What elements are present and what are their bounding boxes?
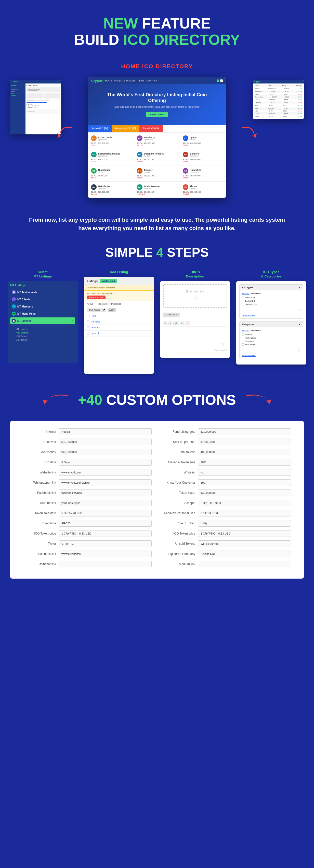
ico-types-mockup: ICO Types ▲ All Items Most Used Active I… (236, 281, 306, 365)
form-row-min-max-cap: Min/Max Personal Cap (162, 510, 291, 517)
sub-ico-types[interactable]: ICO Types (16, 335, 75, 338)
registered-company-input[interactable] (198, 551, 291, 557)
sidebar-item-clients[interactable]: 👤 MT Clients (10, 296, 75, 303)
arrow-right (237, 123, 258, 145)
form-row-website: Website link (23, 469, 152, 476)
form-row-interest: Interest (23, 428, 152, 435)
ico-token-price-right-input[interactable] (198, 530, 291, 537)
youtube-input[interactable] (59, 500, 152, 506)
unsold-tokens-input[interactable] (198, 540, 291, 547)
cat-most-used-tab[interactable]: Most Used (251, 329, 261, 332)
ico-most-used-tab[interactable]: Most Used (251, 292, 261, 294)
custom-options-section: +40 CUSTOM OPTIONS (0, 384, 314, 421)
facebook-input[interactable] (59, 490, 152, 496)
hero-ico: ICO DIRECTORY (123, 31, 240, 48)
sub-add-listing[interactable]: MT Listings (16, 327, 75, 331)
step4-column: ICO Types& Categories ICO Types ▲ All It… (236, 270, 306, 365)
apply-button[interactable]: Apply (108, 308, 116, 312)
form-section: Interest Received Goal money End date We… (10, 421, 304, 579)
role-of-token-input[interactable] (198, 520, 291, 527)
step2-column: Add Listing Listings Add Listing Hola! W… (84, 270, 154, 374)
bold-button[interactable]: B (163, 321, 167, 325)
add-media-button[interactable]: + Add Media (163, 313, 180, 317)
form-row-registered-company: Registered Company (162, 551, 291, 557)
form-right-col: Fundraising goal Sold on pre-sale Total … (157, 428, 296, 571)
list-button[interactable]: ≡ (180, 321, 184, 325)
add-new-ico-type[interactable]: + Add New Item (241, 314, 301, 316)
medium-input[interactable] (198, 561, 291, 567)
add-listing-button[interactable]: Add Listing (100, 279, 117, 283)
form-row-joinchat: Joinchat link (23, 561, 152, 567)
sold-presale-input[interactable] (198, 439, 291, 445)
right-arrow-icon (241, 392, 272, 407)
sidebar-mockup: MT Listings 💬 MT Testimonials 👤 MT Clien… (8, 281, 78, 363)
ico-types-box: ICO Types ▲ All Items Most Used Active I… (239, 284, 303, 319)
token-issue-input[interactable] (198, 490, 291, 496)
sidebar-item-listings[interactable]: 📋 MT Listings ☞ (10, 317, 75, 324)
add-new-category[interactable]: + Add New Item (241, 354, 301, 356)
form-row-ico-token-price-right: ICO Token price (162, 530, 291, 537)
page-wrapper: NEW FEATURE BUILD ICO DIRECTORY HOME ICO… (0, 0, 314, 579)
listing-wizcoin[interactable]: WizCoin (84, 331, 154, 337)
bulk-actions-select[interactable]: Bulk Actions (87, 308, 106, 312)
form-row-accepts: Accepts (162, 500, 291, 506)
link-button[interactable]: 🔗 (173, 321, 179, 325)
sidebar-item-testimonials[interactable]: 💬 MT Testimonials (10, 289, 75, 296)
title-input[interactable]: Enter title here ☞ (163, 284, 227, 308)
form-row-sold-presale: Sold on pre-sale (162, 439, 291, 445)
total-tokens-input[interactable] (198, 449, 291, 455)
ico-token-price-left-input[interactable] (59, 530, 152, 537)
arrow-left (56, 123, 77, 145)
token-type-input[interactable] (59, 520, 152, 527)
interest-input[interactable] (59, 428, 152, 435)
form-row-bitcointalk: Bitcointalk link (23, 551, 152, 557)
sidebar-item-mega-menu[interactable]: ☰ MT Mega Menu (10, 310, 75, 317)
form-row-token-type: Token type (23, 520, 152, 527)
hero-new: NEW (103, 15, 138, 32)
hero-section: NEW FEATURE BUILD ICO DIRECTORY (0, 0, 314, 58)
more-button[interactable]: ... (185, 321, 190, 325)
kyc-input[interactable] (198, 479, 291, 486)
step1-column: Select MT Listings MT Listings 💬 MT Test… (8, 270, 78, 363)
fundraising-input[interactable] (198, 428, 291, 435)
form-row-whitepaper: Whitepapper link (23, 479, 152, 486)
received-input[interactable] (59, 439, 152, 445)
whitepaper-input[interactable] (59, 479, 152, 486)
left-arrow-icon (42, 392, 73, 407)
run-updater-button[interactable]: Run the updater (87, 296, 106, 299)
goal-money-input[interactable] (59, 449, 152, 455)
ticker-input[interactable] (59, 540, 152, 547)
step3-column: Title &Description Enter title here ☞ + … (160, 270, 230, 358)
form-row-received: Received (23, 439, 152, 445)
hero-title: NEW FEATURE BUILD ICO DIRECTORY (10, 15, 304, 48)
listing-educoin[interactable]: EduCoin (84, 325, 154, 331)
ico-all-items-tab[interactable]: All Items (241, 292, 250, 294)
token-sale-date-input[interactable] (59, 510, 152, 517)
steps-container: Select MT Listings MT Listings 💬 MT Test… (0, 270, 314, 384)
form-row-goal-money: Goal money (23, 449, 152, 455)
listing-nucleus[interactable]: Nucleus (84, 319, 154, 325)
form-row-token-sale-date: Token sale date (23, 510, 152, 517)
website-input[interactable] (59, 469, 152, 476)
available-token-sale-input[interactable] (198, 459, 291, 466)
end-date-input[interactable] (59, 459, 152, 466)
accepts-input[interactable] (198, 500, 291, 506)
screenshot-showcase: Cryptic Cryptic Dashboard Pages Posts Li… (0, 72, 314, 208)
sub-categories[interactable]: Categories (16, 338, 75, 342)
form-row-fundraising: Fundraising goal (162, 428, 291, 435)
whitelist-input[interactable] (198, 469, 291, 476)
joinchat-input[interactable] (59, 561, 152, 567)
right-screenshot: Cryptic NamePriceMCapChange Bitcoin$10,5… (253, 80, 304, 119)
form-row-medium: Medium link (162, 561, 291, 567)
cat-all-items-tab[interactable]: All Items (241, 329, 250, 332)
ico-directory-label: HOME ICO DIRECTORY (0, 58, 314, 72)
form-left-col: Interest Received Goal money End date We… (18, 428, 157, 571)
sidebar-item-members[interactable]: 👥 MT Members (10, 303, 75, 310)
listing-title: Title (84, 313, 154, 319)
bitcointalk-input[interactable] (59, 551, 152, 557)
description-section: From now, list any crypto coin will be s… (0, 208, 314, 240)
content-editor[interactable]: ☞ (163, 329, 227, 349)
min-max-cap-input[interactable] (198, 510, 291, 517)
sub-add-listing-link[interactable]: Add Listing (16, 331, 75, 335)
italic-button[interactable]: I (169, 321, 172, 325)
